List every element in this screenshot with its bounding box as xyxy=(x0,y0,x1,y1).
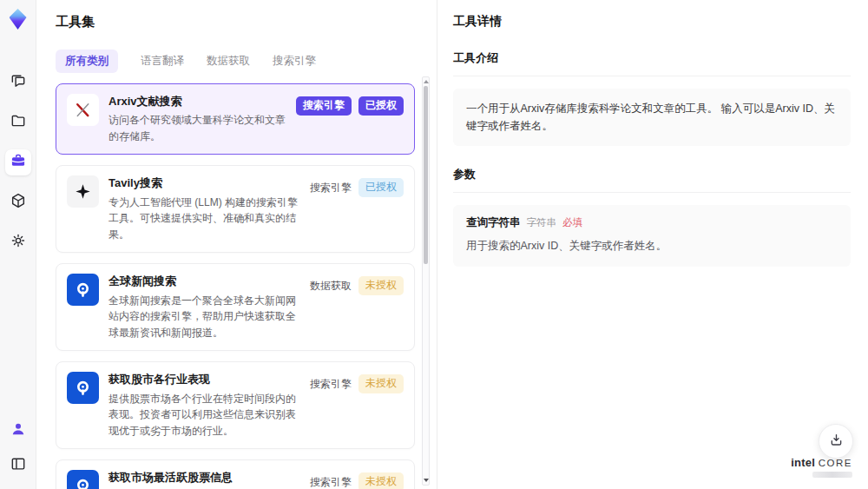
user-avatar-icon xyxy=(10,420,27,441)
status-badge: 未授权 xyxy=(358,374,404,393)
download-button[interactable] xyxy=(819,424,853,459)
parameter-description: 用于搜索的Arxiv ID、关键字或作者姓名。 xyxy=(466,238,838,254)
tool-list: Arxiv文献搜索 访问各个研究领域大量科学论文和文章的存储库。 搜索引擎已授权… xyxy=(56,83,415,489)
tool-name: 全球新闻搜索 xyxy=(108,274,300,289)
panel-layout-icon xyxy=(10,455,27,476)
category-tabs: 所有类别语言翻译数据获取搜索引擎 xyxy=(56,50,437,73)
quark-q-icon xyxy=(67,470,99,489)
sidebar-item-models[interactable] xyxy=(5,189,31,215)
tool-tags: 数据获取未授权 xyxy=(310,276,404,340)
tool-card-2[interactable]: 全球新闻搜索 全球新闻搜索是一个聚合全球各大新闻网站内容的搜索引擎，帮助用户快速… xyxy=(56,263,415,351)
parameter-header: 查询字符串 字符串 必填 xyxy=(466,215,838,230)
parameter-name: 查询字符串 xyxy=(466,215,521,230)
category-label: 搜索引擎 xyxy=(310,178,352,198)
tab-1[interactable]: 语言翻译 xyxy=(141,50,184,73)
tab-0[interactable]: 所有类别 xyxy=(56,50,118,73)
quark-q-icon xyxy=(67,274,99,306)
tool-description: 提供股票市场各个行业在特定时间段内的表现。投资者可以利用这些信息来识别表现优于或… xyxy=(108,391,300,439)
arxiv-icon xyxy=(67,94,99,126)
download-icon xyxy=(828,432,845,452)
tab-2[interactable]: 数据获取 xyxy=(207,50,250,73)
collapse-panel-button[interactable] xyxy=(5,453,31,479)
tool-name: 获取市场最活跃股票信息 xyxy=(108,470,300,486)
tool-tags: 搜索引擎未授权 xyxy=(310,472,404,489)
parameter-required-badge: 必填 xyxy=(562,216,582,229)
cube-icon xyxy=(10,192,27,213)
intro-text: 一个用于从Arxiv存储库搜索科学论文和文章的工具。 输入可以是Arxiv ID… xyxy=(453,89,851,146)
tool-detail-panel: 工具详情 工具介绍 一个用于从Arxiv存储库搜索科学论文和文章的工具。 输入可… xyxy=(437,0,868,489)
list-scrollbar[interactable] xyxy=(422,76,430,486)
tavily-icon xyxy=(67,175,99,208)
tool-card-1[interactable]: Tavily搜索 专为人工智能代理 (LLM) 构建的搜索引擎工具。可快速提供实… xyxy=(56,165,415,253)
sidebar-item-tools[interactable] xyxy=(5,149,31,175)
intro-heading: 工具介绍 xyxy=(453,50,851,76)
tool-tags: 搜索引擎已授权 xyxy=(296,96,404,144)
sidebar-item-files[interactable] xyxy=(5,109,31,135)
tool-body: 全球新闻搜索 全球新闻搜索是一个聚合全球各大新闻网站内容的搜索引擎，帮助用户快速… xyxy=(108,274,300,340)
scroll-down-arrow-icon[interactable] xyxy=(424,479,429,482)
tool-tags: 搜索引擎已授权 xyxy=(310,178,404,242)
intel-word: intel xyxy=(791,456,815,469)
tool-body: Tavily搜索 专为人工智能代理 (LLM) 构建的搜索引擎工具。可快速提供实… xyxy=(108,175,300,242)
category-label: 搜索引擎 xyxy=(310,374,352,394)
status-badge: 未授权 xyxy=(358,276,404,295)
rail-nav xyxy=(5,69,31,255)
tool-description: 访问各个研究领域大量科学论文和文章的存储库。 xyxy=(108,112,286,144)
tool-list-panel: 工具集 所有类别语言翻译数据获取搜索引擎 Arxiv文献搜索 访问各个研究领域大… xyxy=(36,0,437,489)
intel-core-logo: intel CORE xyxy=(791,456,852,478)
gem-logo-icon xyxy=(10,9,27,30)
tool-body: Arxiv文献搜索 访问各个研究领域大量科学论文和文章的存储库。 xyxy=(108,94,286,144)
sidebar-item-chat[interactable] xyxy=(5,69,31,96)
page-title: 工具集 xyxy=(56,14,437,30)
folder-icon xyxy=(10,112,27,133)
status-badge: 未授权 xyxy=(358,472,404,489)
status-badge: 已授权 xyxy=(358,178,404,197)
tool-description: 专为人工智能代理 (LLM) 构建的搜索引擎工具。可快速提供实时、准确和真实的结… xyxy=(108,195,300,243)
tool-body: 获取市场最活跃股票信息 提供当天交易量最高的股票列表。投资者可以利用这些信息来识… xyxy=(108,470,300,489)
rail-bottom xyxy=(5,418,31,479)
intel-gradient-bar xyxy=(812,472,852,478)
tool-description: 全球新闻搜索是一个聚合全球各大新闻网站内容的搜索引擎，帮助用户快速获取全球最新资… xyxy=(108,293,300,341)
core-word: CORE xyxy=(819,458,852,468)
status-badge: 已授权 xyxy=(358,96,404,116)
user-profile-button[interactable] xyxy=(5,418,31,444)
category-label: 搜索引擎 xyxy=(310,472,352,489)
params-heading: 参数 xyxy=(453,167,851,193)
parameter-card: 查询字符串 字符串 必填 用于搜索的Arxiv ID、关键字或作者姓名。 xyxy=(453,205,851,267)
app-window: 工具集 所有类别语言翻译数据获取搜索引擎 Arxiv文献搜索 访问各个研究领域大… xyxy=(0,0,868,489)
category-label: 数据获取 xyxy=(310,276,352,296)
parameter-type: 字符串 xyxy=(527,216,557,229)
tool-tags: 搜索引擎未授权 xyxy=(310,374,404,439)
tab-3[interactable]: 搜索引擎 xyxy=(273,50,316,73)
quark-q-icon xyxy=(67,372,99,404)
tool-card-4[interactable]: 获取市场最活跃股票信息 提供当天交易量最高的股票列表。投资者可以利用这些信息来识… xyxy=(56,459,415,489)
tool-name: Tavily搜索 xyxy=(108,175,300,191)
scroll-up-arrow-icon[interactable] xyxy=(424,80,429,83)
tool-name: 获取股市各行业表现 xyxy=(108,372,300,387)
sidebar-item-settings[interactable] xyxy=(5,229,31,255)
tool-body: 获取股市各行业表现 提供股票市场各个行业在特定时间段内的表现。投资者可以利用这些… xyxy=(108,372,300,439)
tool-card-3[interactable]: 获取股市各行业表现 提供股票市场各个行业在特定时间段内的表现。投资者可以利用这些… xyxy=(56,361,415,449)
tool-card-0[interactable]: Arxiv文献搜索 访问各个研究领域大量科学论文和文章的存储库。 搜索引擎已授权 xyxy=(56,83,415,155)
sidebar-rail xyxy=(0,0,36,489)
chat-icon xyxy=(10,72,27,93)
gear-icon xyxy=(10,232,27,253)
category-badge: 搜索引擎 xyxy=(296,96,352,116)
scrollbar-thumb[interactable] xyxy=(424,86,428,264)
briefcase-icon xyxy=(10,152,27,173)
app-logo[interactable] xyxy=(6,7,30,31)
tool-name: Arxiv文献搜索 xyxy=(108,94,286,109)
detail-title: 工具详情 xyxy=(453,14,851,30)
